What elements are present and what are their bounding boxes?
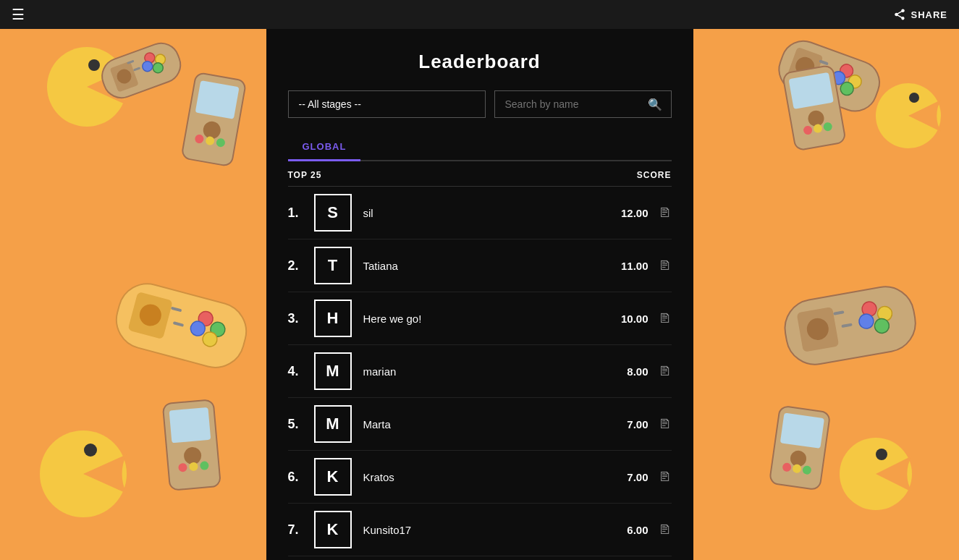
svg-rect-52 [797, 307, 840, 352]
svg-point-43 [876, 83, 941, 148]
controller-decoration-4 [770, 263, 931, 391]
svg-rect-28 [163, 399, 221, 491]
svg-rect-59 [841, 323, 852, 328]
svg-point-30 [183, 446, 202, 465]
svg-point-50 [823, 122, 833, 132]
entry-name: Tatiana [363, 260, 621, 272]
svg-point-31 [178, 463, 187, 472]
svg-point-8 [141, 60, 154, 73]
entry-name: sil [363, 207, 621, 219]
pacman-decoration [43, 43, 130, 133]
svg-point-27 [84, 444, 97, 457]
entry-score: 10.00 [621, 313, 649, 325]
svg-rect-9 [127, 60, 134, 64]
svg-point-37 [838, 62, 855, 79]
svg-rect-58 [833, 310, 844, 315]
handheld-decoration-2 [155, 395, 228, 497]
search-wrapper: 🔍 [494, 90, 672, 118]
pacman-decoration-2 [36, 427, 130, 524]
controller-decoration-1 [85, 22, 197, 119]
entry-rank: 7. [288, 522, 314, 538]
tab-global[interactable]: GLOBAL [288, 134, 361, 161]
detail-icon[interactable]: 🖹 [659, 470, 672, 485]
entry-rank: 3. [288, 311, 314, 326]
table-row: 4. M marian 8.00 🖹 [288, 345, 672, 398]
pacman-decoration-4 [836, 434, 916, 517]
share-button[interactable]: SHARE [893, 8, 947, 21]
svg-point-61 [876, 449, 887, 460]
entry-name: Kratos [363, 471, 628, 483]
share-icon [893, 8, 906, 21]
svg-rect-24 [171, 307, 182, 313]
svg-rect-12 [195, 80, 240, 119]
svg-point-57 [858, 313, 874, 329]
svg-point-26 [40, 430, 127, 517]
entry-name: Kunsito17 [363, 524, 628, 536]
detail-icon[interactable]: 🖹 [659, 258, 672, 273]
svg-point-47 [807, 109, 825, 127]
svg-rect-41 [819, 59, 829, 65]
search-input[interactable] [495, 91, 671, 117]
svg-point-60 [840, 438, 912, 510]
stages-select[interactable]: -- All stages -- [288, 90, 486, 118]
svg-point-23 [189, 320, 206, 337]
svg-point-39 [839, 80, 856, 97]
detail-icon[interactable]: 🖹 [659, 522, 672, 538]
svg-rect-42 [821, 72, 831, 77]
detail-icon[interactable]: 🖹 [659, 205, 672, 221]
entry-name: marian [363, 365, 628, 378]
svg-point-48 [803, 125, 813, 135]
svg-rect-2 [97, 38, 185, 103]
table-row: 6. K Kratos 7.00 🖹 [288, 451, 672, 504]
svg-point-16 [216, 137, 226, 148]
svg-point-67 [802, 465, 812, 475]
svg-point-6 [154, 53, 167, 66]
entry-rank: 6. [288, 470, 314, 485]
svg-point-0 [47, 47, 127, 127]
tabs-row: GLOBAL [288, 132, 672, 161]
top-nav: ☰ SHARE [0, 0, 959, 29]
entry-name: Marta [363, 418, 628, 430]
leaderboard-panel: Leaderboard -- All stages -- 🔍 GLOBAL TO… [266, 29, 693, 560]
menu-icon[interactable]: ☰ [12, 6, 25, 23]
entries-list: 1. S sil 12.00 🖹 2. T Tatiana 11.00 🖹 3.… [288, 187, 672, 556]
svg-point-40 [830, 69, 847, 86]
svg-point-55 [876, 305, 893, 322]
svg-point-33 [200, 461, 209, 470]
svg-point-19 [137, 302, 164, 328]
avatar: S [314, 194, 352, 232]
svg-rect-34 [773, 35, 885, 117]
search-icon: 🔍 [648, 98, 662, 111]
detail-icon[interactable]: 🖹 [659, 417, 672, 432]
svg-point-38 [847, 73, 863, 90]
svg-point-56 [874, 318, 890, 334]
table-row: 2. T Tatiana 11.00 🖹 [288, 239, 672, 292]
svg-rect-63 [780, 413, 824, 449]
avatar: H [314, 300, 352, 337]
entry-rank: 4. [288, 364, 314, 379]
entry-name: Here we go! [363, 313, 621, 325]
svg-point-64 [790, 449, 808, 467]
table-row: 1. S sil 12.00 🖹 [288, 187, 672, 239]
detail-icon[interactable]: 🖹 [659, 311, 672, 326]
svg-point-5 [143, 51, 156, 64]
svg-point-49 [813, 124, 823, 134]
avatar: K [314, 458, 352, 496]
filters-row: -- All stages -- 🔍 [288, 90, 672, 118]
table-row: 7. K Kunsito17 6.00 🖹 [288, 504, 672, 556]
svg-point-53 [805, 317, 830, 342]
avatar: T [314, 247, 352, 284]
svg-rect-46 [789, 72, 834, 109]
entry-score: 11.00 [621, 260, 649, 272]
svg-rect-11 [181, 72, 246, 166]
svg-point-65 [782, 462, 792, 472]
svg-rect-25 [173, 321, 185, 327]
entry-rank: 5. [288, 417, 314, 432]
entry-rank: 1. [288, 205, 314, 221]
controller-decoration-3 [760, 19, 897, 136]
entry-score: 7.00 [627, 471, 648, 483]
svg-rect-17 [110, 277, 253, 374]
handheld-decoration-3 [778, 61, 850, 156]
detail-icon[interactable]: 🖹 [659, 364, 672, 379]
svg-rect-10 [133, 67, 140, 71]
